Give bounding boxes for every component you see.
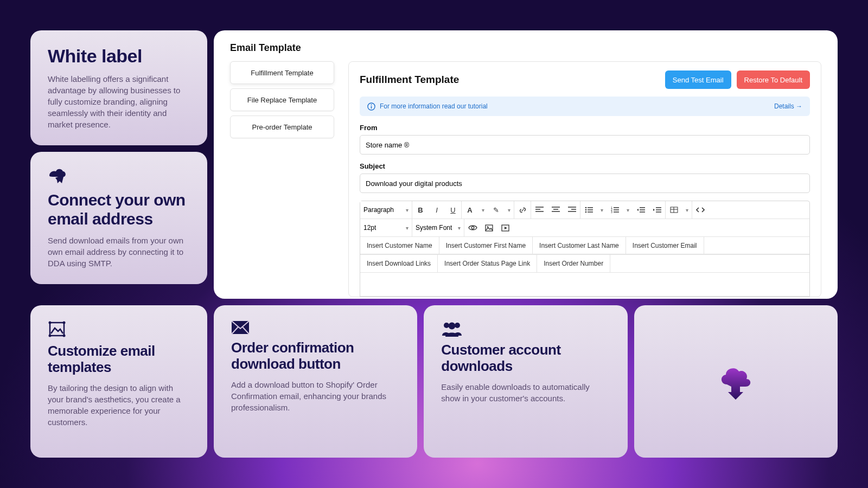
bullet-list-button[interactable]: [580, 201, 597, 219]
subject-label: Subject: [360, 162, 810, 170]
numbered-list-button[interactable]: 123: [607, 201, 623, 219]
table-button[interactable]: [666, 201, 682, 219]
insert-download-links[interactable]: Insert Download Links: [360, 255, 438, 272]
order-confirmation-title: Order confirmation download button: [231, 340, 400, 373]
card-customize-templates: Customize email templates By tailoring t…: [30, 305, 207, 458]
svg-point-17: [49, 335, 52, 337]
from-input[interactable]: [360, 135, 810, 155]
svg-text:3: 3: [611, 210, 612, 213]
block-format-select[interactable]: Paragraph▾: [360, 201, 412, 219]
card-connect-email: Connect your own email address Send down…: [30, 152, 207, 284]
from-label: From: [360, 124, 810, 132]
send-test-email-button[interactable]: Send Test Email: [665, 70, 731, 89]
users-icon: [441, 320, 610, 337]
panel-title: Email Template: [230, 42, 821, 54]
card-white-label: White label White labelling offers a sig…: [30, 30, 207, 145]
outdent-button[interactable]: [633, 201, 649, 219]
italic-button[interactable]: I: [429, 201, 445, 219]
svg-point-15: [49, 322, 52, 324]
card-cloud-download: [634, 305, 838, 458]
info-icon: [367, 102, 375, 111]
indent-button[interactable]: [649, 201, 665, 219]
underline-button[interactable]: U: [445, 201, 461, 219]
svg-point-4: [585, 209, 586, 211]
insert-order-number[interactable]: Insert Order Number: [537, 255, 610, 272]
svg-point-16: [63, 322, 66, 324]
editor-content-area[interactable]: [360, 273, 810, 297]
customize-templates-body: By tailoring the design to align with yo…: [48, 382, 190, 428]
text-color-button[interactable]: A: [462, 201, 478, 219]
code-view-button[interactable]: [692, 201, 709, 219]
link-button[interactable]: [514, 201, 531, 219]
template-item-file-replace[interactable]: File Replace Template: [230, 88, 334, 111]
rich-text-toolbar: Paragraph▾ B I U A ▾ ✎ ▾: [360, 201, 810, 273]
highlight-dropdown[interactable]: ▾: [504, 201, 514, 219]
insert-customer-email[interactable]: Insert Customer Email: [626, 237, 704, 254]
image-frame-icon: [48, 320, 190, 338]
order-confirmation-body: Add a download button to Shopify' Order …: [231, 379, 400, 413]
svg-point-21: [455, 323, 460, 328]
svg-rect-1: [371, 106, 372, 108]
media-button[interactable]: [497, 219, 513, 236]
numbered-list-dropdown[interactable]: ▾: [623, 201, 633, 219]
svg-point-10: [471, 227, 474, 229]
paper-plane-icon: [48, 167, 190, 185]
bold-button[interactable]: B: [412, 201, 429, 219]
align-right-button[interactable]: [564, 201, 580, 219]
customize-templates-title: Customize email templates: [48, 343, 190, 376]
insert-customer-name[interactable]: Insert Customer Name: [360, 237, 439, 254]
insert-customer-first-name[interactable]: Insert Customer First Name: [439, 237, 533, 254]
email-template-panel: Email Template Fulfillment Template File…: [214, 30, 838, 299]
svg-rect-14: [50, 323, 64, 336]
card-customer-account: Customer account downloads Easily enable…: [424, 305, 627, 458]
template-item-preorder[interactable]: Pre-order Template: [230, 115, 334, 138]
svg-point-20: [444, 323, 449, 328]
svg-rect-11: [486, 225, 493, 231]
table-dropdown[interactable]: ▾: [682, 201, 692, 219]
font-family-select[interactable]: System Font▾: [412, 219, 464, 236]
envelope-icon: [231, 320, 400, 335]
svg-point-5: [585, 211, 586, 213]
details-link[interactable]: Details →: [774, 102, 802, 110]
connect-email-body: Send download emails from your own own e…: [48, 235, 190, 269]
editor-main-title: Fulfillment Template: [360, 74, 459, 86]
restore-default-button[interactable]: Restore To Default: [737, 70, 810, 89]
editor-main: Fulfillment Template Send Test Email Res…: [348, 61, 821, 297]
bullet-list-dropdown[interactable]: ▾: [597, 201, 607, 219]
template-list: Fulfillment Template File Replace Templa…: [230, 61, 334, 297]
insert-order-status-link[interactable]: Insert Order Status Page Link: [438, 255, 537, 272]
svg-point-3: [585, 207, 586, 209]
svg-point-22: [449, 323, 456, 330]
font-size-select[interactable]: 12pt▾: [360, 219, 412, 236]
insert-customer-last-name[interactable]: Insert Customer Last Name: [533, 237, 626, 254]
subject-input[interactable]: [360, 174, 810, 193]
svg-point-18: [63, 335, 66, 337]
highlight-button[interactable]: ✎: [488, 201, 504, 219]
align-left-button[interactable]: [531, 201, 547, 219]
card-order-confirmation: Order confirmation download button Add a…: [214, 305, 417, 458]
connect-email-title: Connect your own email address: [48, 191, 190, 228]
cloud-download-icon: [716, 363, 755, 401]
image-button[interactable]: [481, 219, 497, 236]
white-label-title: White label: [48, 46, 190, 67]
template-item-fulfillment[interactable]: Fulfillment Template: [230, 61, 334, 84]
customer-account-body: Easily enable downloads to automatically…: [441, 381, 610, 404]
info-text: For more information read our tutorial: [380, 102, 488, 110]
text-color-dropdown[interactable]: ▾: [478, 201, 488, 219]
white-label-body: White labelling offers a significant adv…: [48, 73, 190, 130]
svg-point-2: [371, 104, 372, 105]
info-bar: For more information read our tutorial D…: [360, 97, 810, 116]
preview-button[interactable]: [464, 219, 481, 236]
customer-account-title: Customer account downloads: [441, 342, 610, 375]
align-center-button[interactable]: [547, 201, 564, 219]
